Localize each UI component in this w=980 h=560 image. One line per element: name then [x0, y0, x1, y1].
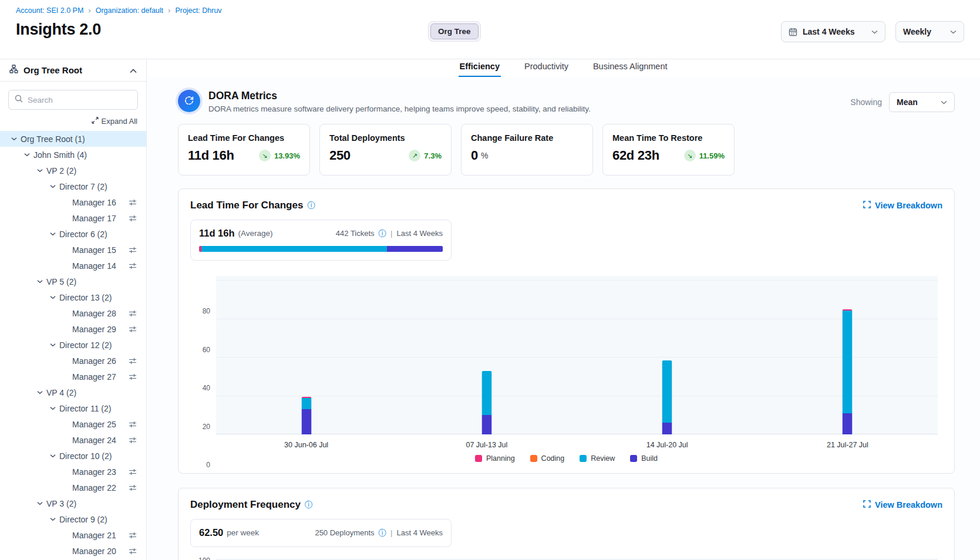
- tree-item-manager-25[interactable]: Manager 25: [0, 416, 146, 432]
- tree-item-label: Manager 17: [72, 214, 116, 223]
- tree-item-vp-4-2[interactable]: VP 4 (2): [0, 384, 146, 400]
- filters-icon[interactable]: [129, 373, 137, 382]
- tree-item-vp-5-2[interactable]: VP 5 (2): [0, 274, 146, 289]
- tree-item-manager-28[interactable]: Manager 28: [0, 305, 146, 321]
- granularity-select[interactable]: Weekly: [895, 21, 964, 42]
- tree-item-manager-27[interactable]: Manager 27: [0, 369, 146, 384]
- chevron-down-icon[interactable]: [50, 517, 59, 521]
- tree-item-manager-15[interactable]: Manager 15: [0, 242, 146, 258]
- tree-item-label: VP 5 (2): [46, 277, 76, 286]
- legend-label: Review: [591, 454, 615, 463]
- chevron-down-icon[interactable]: [50, 406, 59, 410]
- tree-item-manager-14[interactable]: Manager 14: [0, 258, 146, 274]
- tree-item-john-smith-4[interactable]: John Smith (4): [0, 147, 146, 163]
- tree-item-label: Manager 23: [72, 467, 116, 477]
- breadcrumb-project[interactable]: Project: Dhruv: [175, 6, 221, 15]
- filters-icon[interactable]: [129, 357, 137, 366]
- legend-item-planning[interactable]: Planning: [475, 454, 515, 463]
- chevron-down-icon[interactable]: [50, 454, 59, 458]
- dora-metrics-header: DORA Metrics DORA metrics measure softwa…: [178, 90, 955, 113]
- info-icon[interactable]: ⓘ: [379, 230, 387, 238]
- tree-item-director-11-2[interactable]: Director 11 (2): [0, 400, 146, 416]
- stage-bar-segment-build: [387, 246, 443, 252]
- tree-item-director-12-2[interactable]: Director 12 (2): [0, 337, 146, 353]
- filters-icon[interactable]: [129, 198, 137, 208]
- filters-icon[interactable]: [129, 468, 137, 477]
- tree-item-manager-21[interactable]: Manager 21: [0, 527, 146, 543]
- tab-efficiency[interactable]: Efficiency: [459, 59, 501, 77]
- chevron-down-icon[interactable]: [37, 279, 46, 284]
- chevron-down-icon[interactable]: [24, 153, 33, 157]
- tree-item-director-9-2[interactable]: Director 9 (2): [0, 511, 146, 527]
- expand-all-button[interactable]: Expand All: [92, 117, 137, 126]
- tree-item-director-10-2[interactable]: Director 10 (2): [0, 448, 146, 464]
- tree-item-director-7-2[interactable]: Director 7 (2): [0, 178, 146, 194]
- tree-item-manager-22[interactable]: Manager 22: [0, 480, 146, 495]
- tab-business-alignment[interactable]: Business Alignment: [592, 59, 669, 77]
- chevron-down-icon[interactable]: [50, 343, 59, 347]
- tree-item-manager-26[interactable]: Manager 26: [0, 353, 146, 369]
- filters-icon[interactable]: [129, 436, 137, 446]
- legend-label: Coding: [541, 454, 565, 463]
- metric-card-value: 0: [471, 148, 478, 163]
- tree-item-vp-2-2[interactable]: VP 2 (2): [0, 163, 146, 178]
- date-range-select[interactable]: Last 4 Weeks: [781, 21, 885, 42]
- legend-item-coding[interactable]: Coding: [530, 454, 565, 463]
- chevron-down-icon[interactable]: [50, 295, 59, 299]
- metric-card-mean-time-to-restore: Mean Time To Restore62d 23h↘11.59%: [602, 124, 735, 176]
- lead-time-panel-title: Lead Time For Changes: [190, 200, 303, 211]
- tree-item-director-13-2[interactable]: Director 13 (2): [0, 289, 146, 305]
- chevron-down-icon[interactable]: [50, 184, 59, 188]
- lead-time-view-breakdown-button[interactable]: View Breakdown: [863, 201, 942, 210]
- tree-item-label: John Smith (4): [33, 150, 87, 160]
- filters-icon[interactable]: [129, 531, 137, 541]
- filters-icon[interactable]: [129, 420, 137, 430]
- y-axis-tick: 20: [190, 423, 210, 431]
- tree-item-manager-23[interactable]: Manager 23: [0, 464, 146, 480]
- tree-item-manager-29[interactable]: Manager 29: [0, 321, 146, 337]
- search-box[interactable]: [8, 90, 138, 110]
- info-icon[interactable]: ⓘ: [307, 201, 315, 210]
- tree-item-director-6-2[interactable]: Director 6 (2): [0, 226, 146, 242]
- tree-item-manager-20[interactable]: Manager 20: [0, 543, 146, 559]
- view-breakdown-label: View Breakdown: [875, 500, 942, 510]
- legend-item-build[interactable]: Build: [630, 454, 658, 463]
- legend-item-review[interactable]: Review: [580, 454, 615, 463]
- filters-icon[interactable]: [129, 484, 137, 493]
- tree-item-manager-24[interactable]: Manager 24: [0, 432, 146, 448]
- filters-icon[interactable]: [129, 547, 137, 556]
- chevron-down-icon[interactable]: [37, 390, 46, 394]
- org-tree-button[interactable]: Org Tree: [430, 23, 479, 39]
- breadcrumb-account[interactable]: Account: SEI 2.0 PM: [16, 6, 83, 15]
- filters-icon[interactable]: [129, 262, 137, 271]
- tree-item-manager-16[interactable]: Manager 16: [0, 194, 146, 210]
- filters-icon[interactable]: [129, 246, 137, 255]
- chevron-down-icon[interactable]: [11, 137, 21, 141]
- divider: |: [390, 229, 392, 238]
- chevron-down-icon[interactable]: [50, 232, 59, 236]
- tree-item-org-tree-root-1[interactable]: Org Tree Root (1): [0, 131, 146, 147]
- chevron-down-icon: [950, 30, 957, 34]
- chevron-down-icon[interactable]: [37, 168, 46, 173]
- stacked-bar-21-jul-27-jul[interactable]: [843, 309, 853, 434]
- stacked-bar-30-jun-06-jul[interactable]: [301, 397, 311, 434]
- search-input[interactable]: [28, 96, 132, 104]
- tab-productivity[interactable]: Productivity: [523, 59, 570, 77]
- deployment-view-breakdown-button[interactable]: View Breakdown: [863, 500, 942, 510]
- org-tree-toggle-group: Org Tree: [428, 21, 481, 42]
- info-icon[interactable]: ⓘ: [305, 501, 313, 509]
- y-axis-tick: 100: [190, 556, 210, 560]
- stacked-bar-07-jul-13-jul[interactable]: [481, 371, 491, 434]
- org-tree-sidebar: Org Tree Root Expand All Org Tree Root (…: [0, 59, 147, 560]
- filters-icon[interactable]: [129, 325, 137, 335]
- tree-item-vp-3-2[interactable]: VP 3 (2): [0, 495, 146, 511]
- collapse-sidebar-icon[interactable]: [130, 65, 137, 76]
- chevron-down-icon[interactable]: [37, 501, 46, 505]
- filters-icon[interactable]: [129, 214, 137, 224]
- filters-icon[interactable]: [129, 309, 137, 319]
- tree-item-manager-17[interactable]: Manager 17: [0, 210, 146, 226]
- breadcrumb-organization[interactable]: Organization: default: [96, 6, 163, 15]
- stacked-bar-14-jul-20-jul[interactable]: [662, 360, 672, 434]
- info-icon[interactable]: ⓘ: [379, 529, 387, 537]
- showing-select[interactable]: Mean: [889, 92, 955, 112]
